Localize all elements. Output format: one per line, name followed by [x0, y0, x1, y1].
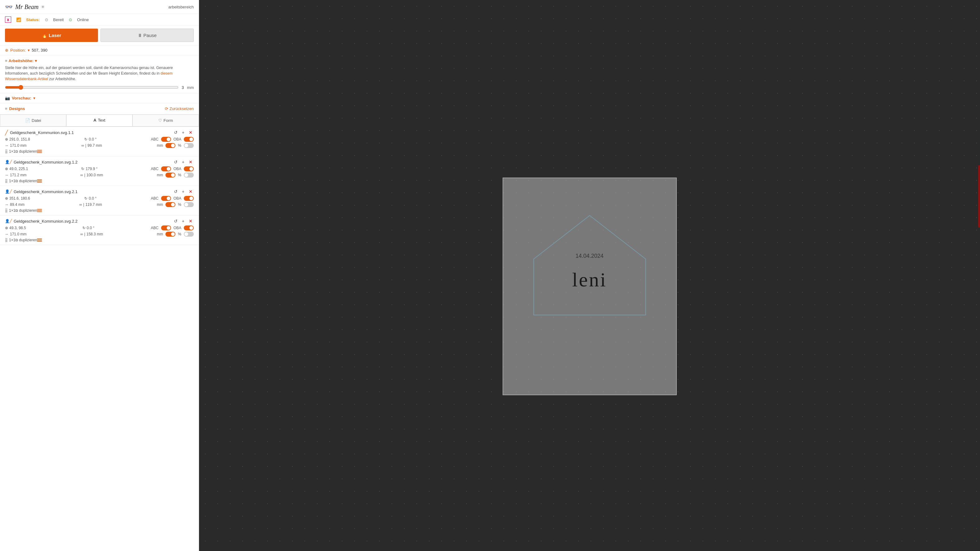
- item1-copies: ⣿ 1×1: [5, 149, 15, 154]
- item4-abc-toggle[interactable]: [161, 225, 171, 230]
- item4-h-val: 158.3 mm: [86, 232, 103, 236]
- design-item-4-props: ⊕ 49.3, 98.5 ↻ 0.0 ° ABC OBA ↔ 171.0 mm: [5, 225, 194, 242]
- item3-rot-icon: ↻: [84, 196, 88, 200]
- pause-button[interactable]: ⏸ Pause: [100, 29, 194, 42]
- item4-mm-toggle[interactable]: [165, 232, 175, 237]
- item4-pct-toggle[interactable]: [184, 232, 194, 237]
- logo-text: Mr Beam: [15, 3, 38, 11]
- item4-oba-toggle[interactable]: [184, 225, 194, 230]
- logo-icon: 👓: [5, 3, 13, 11]
- item1-add-button[interactable]: +: [181, 129, 186, 136]
- close-button[interactable]: x: [5, 16, 11, 23]
- laser-button[interactable]: 🔥 Laser: [5, 29, 98, 42]
- arbeitshoehe-title[interactable]: ≡ Arbeitshöhe: ▾: [5, 59, 194, 63]
- item2-name: Geldgeschenk_Kommunion.svg.1.2: [14, 160, 78, 165]
- tab-datei[interactable]: 📄 Datei: [0, 114, 66, 126]
- item2-icons: 👤╱: [5, 160, 12, 164]
- design-item-2: 👤╱ Geldgeschenk_Kommunion.svg.1.2 ↺ + ✕ …: [0, 156, 199, 186]
- design-item-1-header: ╱ Geldgeschenk_Kommunion.svg.1.1 ↺ + ✕: [5, 129, 194, 136]
- arbeitsbereich-link[interactable]: arbeitsbereich: [168, 5, 194, 10]
- item3-rot-val: 0.0 °: [89, 196, 96, 200]
- item1-position: ⊕ 291.0, 151.8: [5, 137, 30, 142]
- item1-rotate-button[interactable]: ↺: [173, 129, 179, 136]
- item2-close-button[interactable]: ✕: [188, 159, 194, 165]
- item2-rotate-button[interactable]: ↺: [173, 159, 179, 165]
- item2-abc-toggle[interactable]: [161, 166, 171, 171]
- design-item-1-title: ╱ Geldgeschenk_Kommunion.svg.1.1: [5, 130, 74, 136]
- item1-h-val: 99.7 mm: [88, 143, 102, 148]
- item1-h-icon: |: [85, 143, 86, 148]
- item4-rotate-button[interactable]: ↺: [173, 218, 179, 224]
- designs-list-icon: ≡: [5, 106, 8, 111]
- item2-duplicate-button[interactable]: ⧉ duplizieren: [15, 179, 37, 183]
- item1-name: Geldgeschenk_Kommunion.svg.1.1: [10, 130, 74, 135]
- item3-mm-toggle[interactable]: [165, 202, 175, 207]
- item1-abc-toggle[interactable]: [161, 137, 171, 142]
- item2-pct-label: %: [178, 173, 181, 177]
- design-item-4-title: 👤╱ Geldgeschenk_Kommunion.svg.2.2: [5, 219, 78, 224]
- tab-form[interactable]: ♡ Form: [132, 114, 199, 126]
- item2-copies-icon: ⣿: [5, 179, 8, 183]
- item1-menu-button[interactable]: [37, 150, 42, 153]
- item4-prop-row2: ↔ 171.0 mm ∞ | 158.3 mm mm %: [5, 232, 194, 237]
- item3-oba-toggle[interactable]: [184, 196, 194, 201]
- item4-rotation: ↻ 0.0 °: [83, 225, 95, 230]
- item1-mm-label: mm: [157, 143, 163, 148]
- item1-pos-icon: ⊕: [5, 137, 8, 141]
- item2-oba-toggle[interactable]: [184, 166, 194, 171]
- arbeitshoehe-dropdown-icon[interactable]: ▾: [35, 59, 37, 63]
- item4-duplicate-button[interactable]: ⧉ duplizieren: [15, 238, 37, 242]
- item4-toggles: ABC OBA: [151, 225, 194, 230]
- item3-prop-row2: ↔ 89.4 mm ∞ | 119.7 mm mm %: [5, 202, 194, 207]
- design-item-3-actions: ↺ + ✕: [173, 189, 194, 195]
- item4-copies: ⣿ 1×1: [5, 238, 15, 242]
- item2-menu-button[interactable]: [37, 179, 42, 183]
- item3-unit-toggles: mm %: [157, 202, 194, 207]
- item3-close-button[interactable]: ✕: [188, 189, 194, 195]
- work-area: 14.04.2024 leni: [503, 178, 677, 395]
- item1-close-button[interactable]: ✕: [188, 129, 194, 136]
- design-item-1-props: ⊕ 291.0, 151.8 ↻ 0.0 ° ABC OBA ↔ 171.0 m: [5, 137, 194, 154]
- item2-mm-toggle[interactable]: [165, 173, 175, 178]
- item3-position: ⊕ 351.6, 180.6: [5, 196, 30, 201]
- item2-rot-val: 179.9 °: [86, 167, 97, 171]
- position-dropdown-icon[interactable]: ▾: [28, 48, 30, 52]
- date-text: 14.04.2024: [575, 253, 603, 259]
- tab-text[interactable]: A Text: [66, 114, 132, 126]
- design-item-1: ╱ Geldgeschenk_Kommunion.svg.1.1 ↺ + ✕ ⊕…: [0, 127, 199, 156]
- item1-duplicate-button[interactable]: ⧉ duplizieren: [15, 149, 37, 154]
- item3-rotate-button[interactable]: ↺: [173, 189, 179, 195]
- item4-menu-button[interactable]: [37, 238, 42, 241]
- item3-add-button[interactable]: +: [181, 189, 186, 195]
- vorschau-label: Vorschau:: [12, 96, 32, 100]
- item3-duplicate-button[interactable]: ⧉ duplizieren: [15, 208, 37, 213]
- item1-oba-toggle[interactable]: [184, 137, 194, 142]
- canvas-panel[interactable]: 14.04.2024 leni: [199, 0, 980, 551]
- item4-oba-label: OBA: [173, 226, 181, 230]
- item1-prop-row1: ⊕ 291.0, 151.8 ↻ 0.0 ° ABC OBA: [5, 137, 194, 142]
- vorschau-dropdown-icon[interactable]: ▾: [33, 96, 35, 100]
- item4-add-button[interactable]: +: [181, 218, 186, 224]
- position-row: ⊕ Position: ▾ 507, 390: [0, 45, 199, 56]
- item3-abc-toggle[interactable]: [161, 196, 171, 201]
- arbeitshoehe-desc-text1: Stelle hier die Höhe ein, auf der gelase…: [5, 66, 173, 76]
- item4-pos-val: 49.3, 98.5: [10, 226, 26, 230]
- item3-pct-toggle[interactable]: [184, 202, 194, 207]
- design-item-1-actions: ↺ + ✕: [173, 129, 194, 136]
- item4-close-button[interactable]: ✕: [188, 218, 194, 224]
- item1-pct-toggle[interactable]: [184, 143, 194, 148]
- height-slider[interactable]: [5, 85, 178, 90]
- vorschau-row[interactable]: 📷 Vorschau: ▾: [0, 93, 199, 103]
- item3-menu-button[interactable]: [37, 209, 42, 212]
- item3-name: Geldgeschenk_Kommunion.svg.2.1: [14, 189, 78, 194]
- reset-button[interactable]: ⟳ Zurücksetzen: [165, 106, 194, 111]
- item2-pct-toggle[interactable]: [184, 173, 194, 178]
- item1-copies-val: 1×1: [9, 149, 15, 154]
- red-side-indicator: [978, 165, 980, 228]
- item1-inf-icon: ∞: [81, 143, 84, 148]
- status-label: Status:: [26, 17, 40, 22]
- item2-add-button[interactable]: +: [181, 159, 186, 165]
- item1-mm-toggle[interactable]: [165, 143, 175, 148]
- item3-copies-val: 1×1: [9, 208, 15, 213]
- item3-toggles: ABC OBA: [151, 196, 194, 201]
